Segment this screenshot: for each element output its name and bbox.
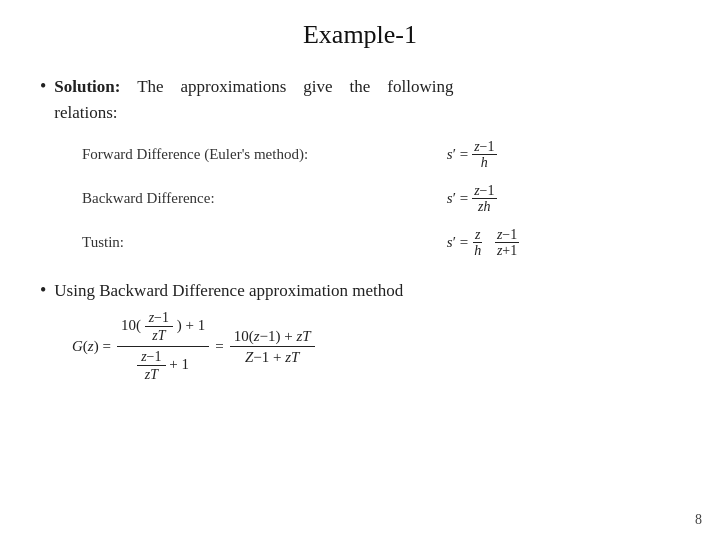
gz-simplified-numer: 10(z−1) + zT: [230, 326, 315, 347]
tustin-outer-fraction: z h: [472, 227, 483, 259]
bullet-dot-1: •: [40, 76, 46, 97]
tustin-numer: z: [473, 227, 482, 243]
backward-denom: zh: [476, 199, 492, 214]
tustin-inner-denom: z+1: [495, 243, 519, 258]
backward-formula-text: s′ =: [447, 190, 468, 207]
tustin-inner-numer: z−1: [495, 227, 519, 243]
forward-numer: z−1: [472, 139, 496, 155]
table-row: Backward Difference: s′ = z−1 zh: [72, 177, 680, 221]
tustin-label: Tustin:: [72, 221, 437, 265]
tustin-formula-text: s′ =: [447, 234, 468, 251]
gz-simplified-denom: Z−1 + zT: [241, 347, 303, 367]
bullet-dot-2: •: [40, 280, 46, 301]
tustin-dot: [487, 234, 491, 251]
tustin-denom: h: [472, 243, 483, 258]
table-row: Forward Difference (Euler's method): s′ …: [72, 133, 680, 177]
gz-simplified-fraction: 10(z−1) + zT Z−1 + zT: [230, 326, 315, 367]
slide-page: Example-1 • Solution: The approximations…: [0, 0, 720, 540]
gz-top-fraction: 10( z−1 zT ) + 1 z−1 zT + 1: [117, 308, 209, 385]
bullet-1-row: • Solution: The approximations give the …: [40, 74, 680, 125]
gz-inner-frac1: z−1 zT: [145, 309, 173, 345]
forward-formula-text: s′ =: [447, 146, 468, 163]
bullet-2-text: Using Backward Difference approximation …: [54, 278, 403, 304]
bullet-2-section: • Using Backward Difference approximatio…: [40, 278, 680, 384]
forward-diff-formula: s′ = z−1 h: [437, 133, 680, 177]
forward-fraction: z−1 h: [472, 139, 496, 171]
gz-formula-row: G(z) = 10( z−1 zT ) + 1 z−1 zT + 1: [72, 308, 680, 385]
gz-equals: =: [215, 338, 223, 355]
gz-top-numer: 10( z−1 zT ) + 1: [117, 308, 209, 347]
gz-label: G(z) =: [72, 338, 111, 355]
differences-table: Forward Difference (Euler's method): s′ …: [72, 133, 680, 264]
backward-diff-formula: s′ = z−1 zh: [437, 177, 680, 221]
page-number: 8: [695, 512, 702, 528]
gz-inner-frac2: z−1 zT: [137, 348, 165, 384]
forward-diff-label: Forward Difference (Euler's method):: [72, 133, 437, 177]
tustin-formula: s′ = z h z−1 z+1: [437, 221, 680, 265]
bullet-1-text: Solution: The approximations give the fo…: [54, 74, 453, 125]
backward-numer: z−1: [472, 183, 496, 199]
bullet-2-row: • Using Backward Difference approximatio…: [40, 278, 680, 304]
slide-title: Example-1: [40, 20, 680, 50]
tustin-inner-fraction: z−1 z+1: [495, 227, 519, 259]
backward-fraction: z−1 zh: [472, 183, 496, 215]
table-row: Tustin: s′ = z h z−1 z+1: [72, 221, 680, 265]
backward-diff-label: Backward Difference:: [72, 177, 437, 221]
bullet-1-section: • Solution: The approximations give the …: [40, 74, 680, 264]
gz-top-denom: z−1 zT + 1: [133, 347, 193, 385]
forward-denom: h: [479, 155, 490, 170]
solution-label: Solution:: [54, 77, 120, 96]
